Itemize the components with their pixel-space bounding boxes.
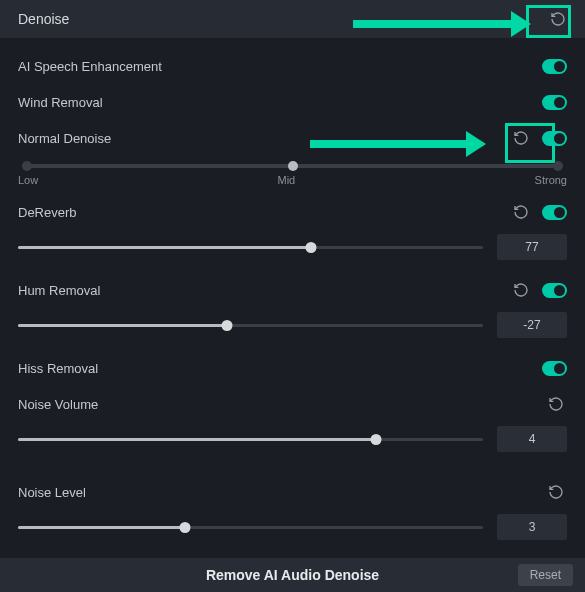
- row-hiss: Hiss Removal: [18, 350, 567, 386]
- row-dereverb: DeReverb: [18, 194, 567, 230]
- dereverb-reset-icon[interactable]: [510, 201, 532, 223]
- row-ai-speech: AI Speech Enhancement: [18, 48, 567, 84]
- footer: Remove AI Audio Denoise Reset: [0, 558, 585, 592]
- noise-volume-reset-icon[interactable]: [545, 393, 567, 415]
- hum-reset-icon[interactable]: [510, 279, 532, 301]
- row-wind: Wind Removal: [18, 84, 567, 120]
- dereverb-slider[interactable]: [18, 246, 483, 249]
- wind-toggle[interactable]: [542, 95, 567, 110]
- noise-volume-slider-row: 4: [18, 426, 567, 452]
- hiss-label: Hiss Removal: [18, 361, 532, 376]
- noise-level-slider-row: 3: [18, 514, 567, 540]
- noise-volume-slider-thumb[interactable]: [371, 434, 382, 445]
- dereverb-slider-row: 77: [18, 234, 567, 260]
- dereverb-toggle[interactable]: [542, 205, 567, 220]
- level-dot-low[interactable]: [22, 161, 32, 171]
- section-title: Denoise: [18, 11, 69, 27]
- level-dot-mid[interactable]: [288, 161, 298, 171]
- normal-denoise-label: Normal Denoise: [18, 131, 500, 146]
- normal-denoise-reset-icon[interactable]: [510, 127, 532, 149]
- noise-level-value[interactable]: 3: [497, 514, 567, 540]
- reset-section-icon[interactable]: [547, 8, 569, 30]
- row-normal-denoise: Normal Denoise: [18, 120, 567, 156]
- normal-denoise-toggle[interactable]: [542, 131, 567, 146]
- footer-reset-label: Reset: [530, 568, 561, 582]
- level-label-low: Low: [18, 174, 38, 186]
- hum-slider-thumb[interactable]: [222, 320, 233, 331]
- dereverb-value[interactable]: 77: [497, 234, 567, 260]
- normal-denoise-level-slider[interactable]: Low Mid Strong: [18, 164, 567, 186]
- row-noise-volume: Noise Volume: [18, 386, 567, 422]
- noise-level-label: Noise Level: [18, 485, 535, 500]
- dereverb-slider-thumb[interactable]: [305, 242, 316, 253]
- dereverb-slider-fill: [18, 246, 311, 249]
- noise-level-slider-thumb[interactable]: [180, 522, 191, 533]
- hum-slider[interactable]: [18, 324, 483, 327]
- hiss-toggle[interactable]: [542, 361, 567, 376]
- footer-reset-button[interactable]: Reset: [518, 564, 573, 586]
- ai-speech-toggle[interactable]: [542, 59, 567, 74]
- hum-toggle[interactable]: [542, 283, 567, 298]
- level-label-strong: Strong: [535, 174, 567, 186]
- hum-slider-row: -27: [18, 312, 567, 338]
- section-header: Denoise: [0, 0, 585, 38]
- noise-volume-slider[interactable]: [18, 438, 483, 441]
- hum-value[interactable]: -27: [497, 312, 567, 338]
- noise-volume-slider-fill: [18, 438, 376, 441]
- row-noise-level: Noise Level: [18, 474, 567, 510]
- ai-speech-label: AI Speech Enhancement: [18, 59, 532, 74]
- hum-label: Hum Removal: [18, 283, 500, 298]
- noise-volume-value[interactable]: 4: [497, 426, 567, 452]
- level-label-mid: Mid: [278, 174, 296, 186]
- noise-level-reset-icon[interactable]: [545, 481, 567, 503]
- noise-volume-label: Noise Volume: [18, 397, 535, 412]
- noise-level-slider[interactable]: [18, 526, 483, 529]
- dereverb-label: DeReverb: [18, 205, 500, 220]
- wind-label: Wind Removal: [18, 95, 532, 110]
- hum-slider-fill: [18, 324, 227, 327]
- noise-level-slider-fill: [18, 526, 185, 529]
- level-dot-strong[interactable]: [553, 161, 563, 171]
- row-hum: Hum Removal: [18, 272, 567, 308]
- footer-title: Remove AI Audio Denoise: [206, 567, 379, 583]
